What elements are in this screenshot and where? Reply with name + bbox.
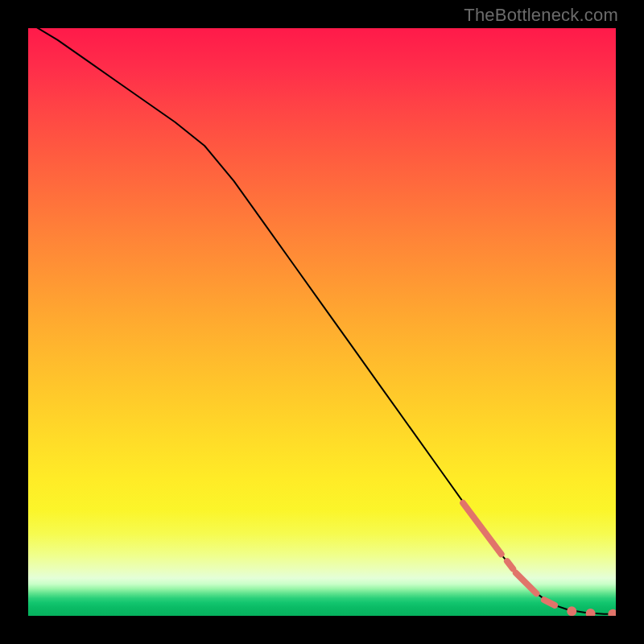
svg-point-0 bbox=[567, 606, 576, 616]
svg-point-2 bbox=[608, 609, 616, 616]
highlight-dots-group bbox=[567, 606, 616, 616]
highlight-segments-group bbox=[463, 503, 555, 605]
plot-overlay bbox=[28, 28, 616, 616]
attribution-text: TheBottleneck.com bbox=[464, 5, 618, 26]
svg-point-1 bbox=[586, 609, 596, 616]
main-curve-path bbox=[28, 28, 616, 614]
plot-area bbox=[28, 28, 616, 616]
chart-frame: TheBottleneck.com bbox=[0, 0, 644, 644]
